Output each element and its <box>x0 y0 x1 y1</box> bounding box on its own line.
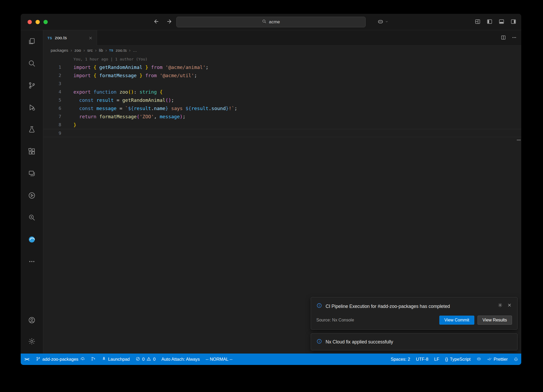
warning-count: 0 <box>153 357 155 362</box>
notification-toast-ci-pipeline: CI Pipeline Execution for #add-zoo-packa… <box>311 297 518 329</box>
toggle-primary-sidebar-icon[interactable] <box>487 19 493 26</box>
remote-explorer-icon[interactable] <box>21 162 43 184</box>
info-icon <box>316 338 322 345</box>
code-line[interactable]: 3 <box>43 80 521 88</box>
launchpad-item[interactable]: Launchpad <box>99 354 133 365</box>
overview-ruler-mark <box>517 140 521 141</box>
remote-indicator[interactable]: >< <box>21 354 33 365</box>
title-bar: acme <box>21 14 521 30</box>
run-and-debug-icon[interactable] <box>21 96 43 118</box>
accounts-icon[interactable] <box>21 310 43 331</box>
cloud-upload-icon <box>80 356 85 362</box>
problems-item[interactable]: 0 0 <box>133 354 158 365</box>
breadcrumb-item[interactable]: lib <box>99 48 103 53</box>
prettier-label: Prettier <box>494 357 508 362</box>
copilot-status-item[interactable] <box>474 354 484 365</box>
notification-close-icon[interactable] <box>507 303 512 309</box>
line-number: 7 <box>43 112 61 121</box>
info-icon <box>316 303 322 310</box>
line-number: 6 <box>43 104 61 112</box>
activity-bar <box>21 30 43 354</box>
zoom-window-button[interactable] <box>43 20 48 24</box>
line-number: 4 <box>43 88 61 96</box>
breadcrumb-file[interactable]: zoo.ts <box>116 48 126 53</box>
auto-attach-item[interactable]: Auto Attach: Always <box>159 354 203 365</box>
customize-layout-icon[interactable] <box>475 19 481 26</box>
notification-message: Nx Cloud fix applied successfully <box>326 338 393 346</box>
code-line[interactable]: 7 return formatMessage('ZOO', message); <box>43 112 521 121</box>
encoding-item[interactable]: UTF-8 <box>413 354 431 365</box>
breadcrumb-overflow[interactable]: … <box>133 48 137 53</box>
code-line[interactable]: 6 const message = `${result.name} says $… <box>43 104 521 112</box>
code-line[interactable]: 5 const result = getRandomAnimal(); <box>43 96 521 104</box>
notification-message: CI Pipeline Execution for #add-zoo-packa… <box>326 303 450 310</box>
gitlens-blame-annotation[interactable]: You, 1 hour ago | 1 author (You) <box>73 55 521 63</box>
chevron-right-separator: › <box>106 48 107 53</box>
line-content: return formatMessage('ZOO', message); <box>61 112 186 121</box>
search-value: acme <box>269 19 280 25</box>
eol-item[interactable]: LF <box>431 354 442 365</box>
extensions-icon[interactable] <box>21 140 43 162</box>
double-check-icon <box>487 356 492 362</box>
settings-gear-icon[interactable] <box>21 331 43 352</box>
view-results-button[interactable]: View Results <box>478 316 512 325</box>
chevron-down-icon[interactable] <box>385 20 388 24</box>
search-icon <box>262 19 266 25</box>
more-views-icon[interactable] <box>21 250 43 272</box>
git-branch-icon <box>36 356 41 362</box>
notifications-bell-icon[interactable] <box>511 354 521 365</box>
view-commit-button[interactable]: View Commit <box>439 316 474 325</box>
tab-zoo-ts[interactable]: TS zoo.ts <box>43 30 97 46</box>
line-number: 9 <box>43 129 61 137</box>
breadcrumb-item[interactable]: zoo <box>75 48 81 53</box>
vscode-window: acme <box>21 14 521 365</box>
language-label: TypeScript <box>450 357 471 362</box>
tab-close-icon[interactable] <box>89 36 93 40</box>
source-control-graph-icon <box>91 356 96 362</box>
line-content: export function zoo(): string { <box>61 88 163 96</box>
split-editor-icon[interactable] <box>501 35 506 41</box>
language-mode-item[interactable]: {} TypeScript <box>442 354 474 365</box>
notification-center: CI Pipeline Execution for #add-zoo-packa… <box>311 297 518 350</box>
command-center-search[interactable]: acme <box>176 17 366 27</box>
indentation-item[interactable]: Spaces: 2 <box>388 354 413 365</box>
code-line[interactable]: 9 <box>43 129 521 137</box>
minimize-window-button[interactable] <box>36 20 40 24</box>
container-tools-icon[interactable] <box>21 206 43 228</box>
toggle-panel-icon[interactable] <box>498 19 505 26</box>
testing-beaker-icon[interactable] <box>21 118 43 140</box>
window-controls <box>28 20 48 24</box>
line-content: import { formatMessage } from '@acme/uti… <box>61 71 197 80</box>
launchpad-label: Launchpad <box>108 357 130 362</box>
code-line[interactable]: 1import { getRandomAnimal } from '@acme/… <box>43 63 521 71</box>
prettier-item[interactable]: Prettier <box>484 354 511 365</box>
close-window-button[interactable] <box>28 20 32 24</box>
toggle-secondary-sidebar-icon[interactable] <box>510 19 516 26</box>
code-line[interactable]: 4export function zoo(): string { <box>43 88 521 96</box>
vim-mode-indicator[interactable]: -- NORMAL -- <box>203 354 235 365</box>
nx-console-icon[interactable] <box>21 184 43 206</box>
typescript-file-icon: TS <box>109 49 113 52</box>
source-control-icon[interactable] <box>21 74 43 96</box>
notification-source: Source: Nx Console <box>316 318 354 323</box>
code-line[interactable]: 8} <box>43 121 521 129</box>
go-forward-icon[interactable] <box>166 18 172 26</box>
breadcrumb-item[interactable]: packages <box>51 48 68 53</box>
branch-name: add-zoo-packages <box>42 357 78 362</box>
source-control-graph-item[interactable] <box>88 354 99 365</box>
search-sidebar-icon[interactable] <box>21 52 43 74</box>
line-number: 5 <box>43 96 61 104</box>
warning-icon <box>146 356 151 362</box>
git-branch-item[interactable]: add-zoo-packages <box>33 354 88 365</box>
line-content <box>61 80 73 88</box>
line-content <box>61 129 73 137</box>
explorer-icon[interactable] <box>21 30 43 52</box>
copilot-icon[interactable] <box>377 18 384 26</box>
edge-devtools-icon[interactable] <box>21 228 43 250</box>
chevron-right-separator: › <box>129 48 130 53</box>
go-back-icon[interactable] <box>153 18 160 26</box>
code-line[interactable]: 2import { formatMessage } from '@acme/ut… <box>43 71 521 80</box>
editor-more-actions-icon[interactable] <box>511 35 517 41</box>
breadcrumb-item[interactable]: src <box>87 48 93 53</box>
notification-settings-gear-icon[interactable] <box>498 303 503 309</box>
